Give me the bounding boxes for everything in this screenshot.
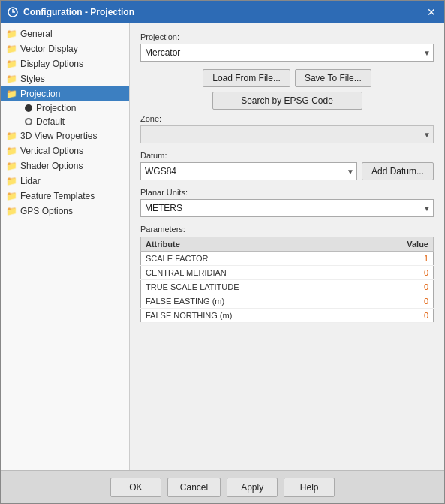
sidebar-label-general: General (20, 29, 53, 39)
sidebar-item-shader-options[interactable]: 📁 Shader Options (1, 158, 129, 174)
bullet-empty-icon (25, 118, 32, 125)
parameters-section: Parameters: Attribute Value SCALE FACTOR… (140, 225, 434, 323)
sidebar-label-vertical-options: Vertical Options (20, 146, 83, 156)
datum-row: WGS84 NAD83 NAD27 ▼ Add Datum... (140, 162, 434, 180)
ok-button[interactable]: OK (110, 478, 161, 497)
sidebar-label-shader-options: Shader Options (20, 161, 83, 171)
load-from-file-button[interactable]: Load From File... (203, 69, 290, 87)
zone-field-label: Zone: (140, 114, 434, 123)
folder-icon: 📁 (5, 44, 17, 54)
bullet-filled-icon (25, 104, 32, 112)
window-title: Configuration - Projection (23, 7, 425, 17)
folder-icon: 📁 (5, 206, 17, 216)
folder-icon: 📁 (5, 176, 17, 186)
folder-icon-projection: 📁 (5, 89, 17, 99)
sidebar-label-vector-display: Vector Display (20, 44, 78, 54)
parameters-label: Parameters: (140, 225, 434, 234)
attribute-cell: CENTRAL MERIDIAN (141, 266, 365, 280)
projection-select[interactable]: Mercator UTM Geographic Lambert (140, 44, 434, 62)
value-cell: 0 (365, 294, 433, 309)
datum-field-label: Datum: (140, 151, 434, 160)
add-datum-button[interactable]: Add Datum... (362, 162, 434, 180)
attribute-cell: TRUE SCALE LATITUDE (141, 280, 365, 294)
value-cell: 0 (365, 266, 433, 280)
projection-subitems: Projection Default (1, 101, 129, 128)
sidebar-item-general[interactable]: 📁 General (1, 26, 129, 41)
folder-icon: 📁 (5, 59, 17, 69)
main-window: Configuration - Projection ✕ 📁 General 📁… (0, 0, 445, 504)
table-row: FALSE NORTHING (m)0 (141, 309, 434, 323)
zone-select[interactable] (140, 125, 434, 143)
sidebar-label-gps-options: GPS Options (20, 206, 73, 216)
table-row: TRUE SCALE LATITUDE0 (141, 280, 434, 294)
sidebar-item-vertical-options[interactable]: 📁 Vertical Options (1, 143, 129, 158)
sidebar-label-feature-templates: Feature Templates (20, 191, 95, 201)
content-area: 📁 General 📁 Vector Display 📁 Display Opt… (1, 23, 444, 470)
projection-field-label: Projection: (140, 32, 434, 41)
projection-group: Projection: Mercator UTM Geographic Lamb… (140, 32, 434, 62)
footer: OK Cancel Apply Help (1, 470, 444, 503)
planar-units-group: Planar Units: METERS FEET US SURVEY FEET… (140, 188, 434, 217)
sidebar-item-projection-child[interactable]: Projection (16, 101, 129, 115)
datum-group: Datum: WGS84 NAD83 NAD27 ▼ Add Datum... (140, 151, 434, 180)
planar-select[interactable]: METERS FEET US SURVEY FEET (140, 199, 434, 217)
attribute-cell: FALSE NORTHING (m) (141, 309, 365, 323)
sidebar-item-display-options[interactable]: 📁 Display Options (1, 56, 129, 71)
cancel-button[interactable]: Cancel (167, 478, 221, 497)
folder-icon: 📁 (5, 29, 17, 39)
main-panel: Projection: Mercator UTM Geographic Lamb… (130, 23, 444, 470)
file-buttons-row: Load From File... Save To File... (140, 69, 434, 87)
attribute-cell: FALSE EASTING (m) (141, 294, 365, 309)
close-button[interactable]: ✕ (425, 5, 438, 19)
search-button-row: Search by EPSG Code (140, 92, 434, 110)
sidebar-item-projection[interactable]: 📁 Projection (1, 86, 129, 101)
sidebar-item-default[interactable]: Default (16, 115, 129, 128)
title-bar: Configuration - Projection ✕ (1, 1, 444, 23)
default-label: Default (36, 116, 65, 127)
projection-select-wrapper: Mercator UTM Geographic Lambert ▼ (140, 44, 434, 62)
save-to-file-button[interactable]: Save To File... (295, 69, 371, 87)
folder-icon: 📁 (5, 131, 17, 141)
col-header-attribute: Attribute (141, 237, 365, 252)
folder-icon: 📁 (5, 191, 17, 201)
planar-select-wrapper: METERS FEET US SURVEY FEET ▼ (140, 199, 434, 217)
folder-icon: 📁 (5, 146, 17, 156)
projection-child-label: Projection (36, 103, 76, 113)
search-epsg-button[interactable]: Search by EPSG Code (212, 92, 362, 110)
datum-select-wrapper: WGS84 NAD83 NAD27 ▼ (140, 162, 357, 180)
window-icon (7, 6, 19, 18)
parameters-table: Attribute Value SCALE FACTOR1CENTRAL MER… (140, 237, 434, 323)
sidebar-item-feature-templates[interactable]: 📁 Feature Templates (1, 189, 129, 204)
col-header-value: Value (365, 237, 433, 252)
table-row: CENTRAL MERIDIAN0 (141, 266, 434, 280)
table-row: SCALE FACTOR1 (141, 252, 434, 266)
sidebar-label-display-options: Display Options (20, 59, 83, 69)
sidebar-item-styles[interactable]: 📁 Styles (1, 71, 129, 86)
zone-select-wrapper: ▼ (140, 125, 434, 143)
sidebar-item-vector-display[interactable]: 📁 Vector Display (1, 41, 129, 56)
value-cell: 0 (365, 280, 433, 294)
sidebar-label-3d-view: 3D View Properties (20, 131, 98, 141)
apply-button[interactable]: Apply (227, 478, 278, 497)
sidebar-item-lidar[interactable]: 📁 Lidar (1, 174, 129, 189)
sidebar-item-3d-view[interactable]: 📁 3D View Properties (1, 128, 129, 143)
value-cell: 1 (365, 252, 433, 266)
sidebar-label-projection: Projection (20, 89, 60, 99)
value-cell: 0 (365, 309, 433, 323)
datum-select[interactable]: WGS84 NAD83 NAD27 (140, 162, 357, 180)
folder-icon: 📁 (5, 74, 17, 84)
sidebar-label-styles: Styles (20, 74, 45, 84)
attribute-cell: SCALE FACTOR (141, 252, 365, 266)
planar-field-label: Planar Units: (140, 188, 434, 197)
sidebar-item-gps-options[interactable]: 📁 GPS Options (1, 204, 129, 219)
sidebar: 📁 General 📁 Vector Display 📁 Display Opt… (1, 23, 130, 470)
help-button[interactable]: Help (284, 478, 335, 497)
sidebar-label-lidar: Lidar (20, 176, 41, 186)
table-row: FALSE EASTING (m)0 (141, 294, 434, 309)
zone-group: Zone: ▼ (140, 114, 434, 143)
folder-icon: 📁 (5, 161, 17, 171)
